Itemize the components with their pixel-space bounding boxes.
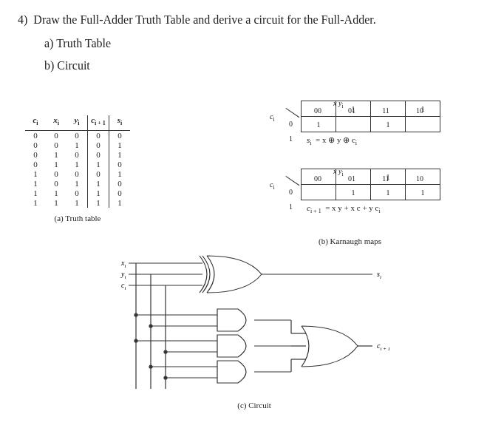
circuit-diagram: xi yi ci si ci + 1 (c) Circuit <box>106 248 402 410</box>
circuit-input-x: xi <box>120 259 126 269</box>
kmap-c: x yi ci 00011110 01 1111 ci + 1 = x y + … <box>265 169 480 214</box>
table-row: 00101 <box>25 140 130 150</box>
kmap-s: x yi ci 00011110 01 1111 si = x ⊕ y ⊕ ci <box>265 101 480 146</box>
table-row: 10110 <box>25 179 130 189</box>
question-heading: 4) Draw the Full-Adder Truth Table and d… <box>18 13 469 27</box>
circuit-caption: (c) Circuit <box>106 401 402 410</box>
svg-point-22 <box>134 313 137 316</box>
svg-point-24 <box>134 339 137 342</box>
circuit-input-y: yi <box>120 270 126 280</box>
svg-point-23 <box>149 325 152 327</box>
karnaugh-maps: x yi ci 00011110 01 1111 si = x ⊕ y ⊕ ci… <box>265 86 480 245</box>
table-row: 11010 <box>25 189 130 198</box>
question-part-b: b) Circuit <box>44 59 469 72</box>
svg-point-25 <box>164 350 167 353</box>
question-part-a: a) Truth Table <box>44 37 469 50</box>
table-row: 01110 <box>25 160 130 169</box>
question-prompt: Draw the Full-Adder Truth Table and deri… <box>33 13 375 26</box>
kmap-caption: (b) Karnaugh maps <box>319 237 480 245</box>
table-row: 00000 <box>25 131 130 141</box>
svg-point-26 <box>149 365 152 368</box>
circuit-input-c: ci <box>121 281 126 291</box>
table-row: 11111 <box>25 198 130 208</box>
svg-point-27 <box>164 376 167 379</box>
circuit-output-c: ci + 1 <box>377 342 390 352</box>
kmap-c-equation: ci + 1 = x y + x c + y ci <box>307 203 480 214</box>
table-row: 01001 <box>25 150 130 160</box>
circuit-output-s: si <box>377 270 381 280</box>
kmap-s-equation: si = x ⊕ y ⊕ ci <box>307 135 480 146</box>
figure-area: ci xi yi ci + 1 si 000000010101001011101… <box>18 86 469 426</box>
truth-table: ci xi yi ci + 1 si 000000010101001011101… <box>25 115 130 223</box>
question-number: 4) <box>18 13 27 26</box>
truth-table-caption: (a) Truth table <box>25 214 130 223</box>
table-row: 10001 <box>25 169 130 179</box>
